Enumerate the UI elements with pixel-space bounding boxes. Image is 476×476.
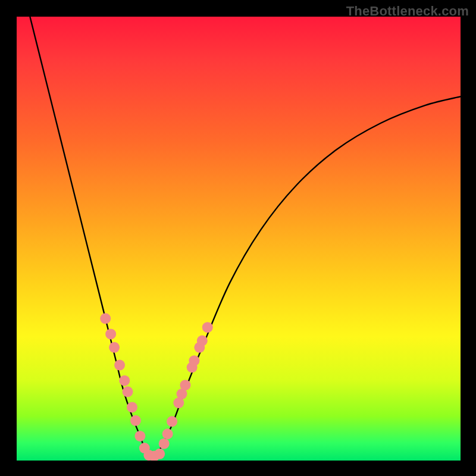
marker-dot xyxy=(167,416,177,427)
marker-dot xyxy=(127,402,137,412)
marker-dot xyxy=(180,380,190,390)
marker-dot xyxy=(119,375,130,386)
marker-dot xyxy=(159,439,170,449)
marker-dot xyxy=(197,336,208,346)
curve-layer xyxy=(30,17,461,456)
bottleneck-curve xyxy=(30,17,461,456)
chart-frame: TheBottleneck.com xyxy=(0,0,476,476)
marker-dot xyxy=(109,342,120,353)
marker-dot xyxy=(123,386,133,397)
marker-dot xyxy=(100,313,111,324)
marker-dot xyxy=(162,428,173,439)
watermark-text: TheBottleneck.com xyxy=(346,4,469,19)
marker-dot xyxy=(154,449,165,459)
marker-dots-layer xyxy=(100,313,213,461)
chart-svg xyxy=(17,17,461,461)
marker-dot xyxy=(202,322,213,333)
marker-dot xyxy=(105,328,116,339)
plot-area xyxy=(17,17,461,461)
marker-dot xyxy=(114,360,125,371)
marker-dot xyxy=(130,415,141,426)
marker-dot xyxy=(134,431,145,441)
marker-dot xyxy=(189,355,199,366)
